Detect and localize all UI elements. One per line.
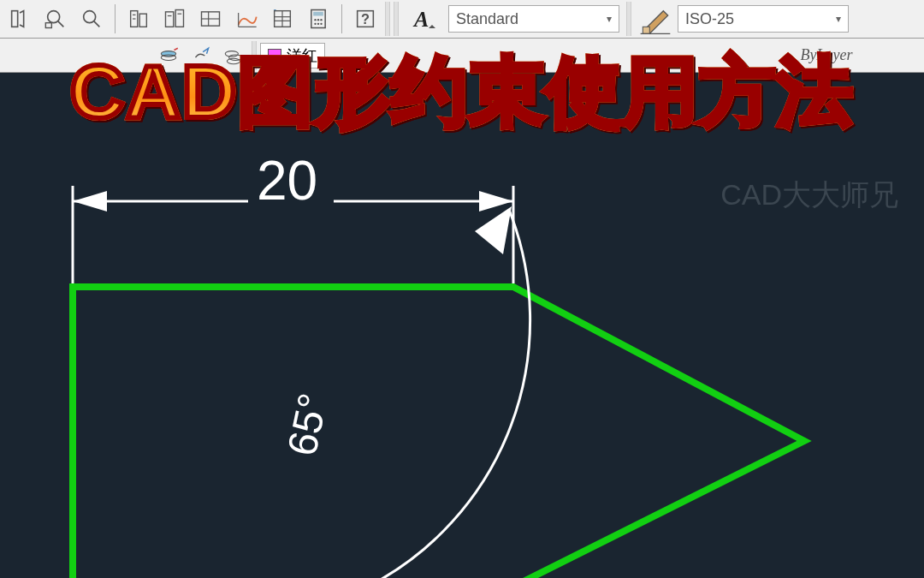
dimstyle-icon[interactable] <box>638 2 672 36</box>
svg-point-28 <box>314 23 316 25</box>
text-style-value: Standard <box>456 10 518 28</box>
svg-point-39 <box>229 54 242 59</box>
separator <box>341 4 342 33</box>
svg-point-30 <box>320 23 322 25</box>
dim-angular-text: 65° <box>279 390 336 460</box>
color-name: 洋红 <box>287 45 317 66</box>
chevron-down-icon: ▾ <box>836 13 841 25</box>
svg-line-2 <box>57 21 63 27</box>
dim-style-group: ISO-25 ▾ <box>635 2 852 36</box>
linetype-value: ByLayer <box>801 46 853 64</box>
toolbar-btn-1[interactable] <box>3 3 36 35</box>
calculator-icon[interactable] <box>302 3 335 35</box>
magenta-swatch <box>268 49 281 63</box>
plan-icon[interactable] <box>194 3 227 35</box>
cad-diagram: 20 65° <box>0 73 924 578</box>
svg-point-38 <box>225 51 238 57</box>
text-style-group: A Standard ▾ <box>402 2 623 36</box>
svg-text:A: A <box>412 7 429 32</box>
help-icon[interactable]: ? <box>349 3 382 35</box>
panel-divider <box>252 41 257 70</box>
svg-text:?: ? <box>361 11 370 27</box>
zoom-window-icon[interactable] <box>39 3 72 35</box>
svg-rect-7 <box>139 14 146 27</box>
svg-point-29 <box>317 23 319 25</box>
layer-btn-1[interactable] <box>154 42 183 69</box>
separator <box>115 4 116 33</box>
linetype-dropdown[interactable]: ByLayer <box>732 42 921 69</box>
svg-point-25 <box>314 19 316 21</box>
toolbar-row-2: 洋红 ByLayer <box>0 39 924 73</box>
svg-line-5 <box>93 21 99 27</box>
drawing-canvas[interactable]: 20 65° CAD大大师兄 <box>0 73 924 578</box>
svg-point-27 <box>320 19 322 21</box>
svg-rect-3 <box>45 23 51 28</box>
panel-divider <box>385 2 390 36</box>
svg-rect-10 <box>166 12 174 27</box>
toolbar-row-1: ? A Standard ▾ ISO-25 ▾ <box>0 0 924 39</box>
svg-point-26 <box>317 19 319 21</box>
text-style-dropdown[interactable]: Standard ▾ <box>448 5 619 33</box>
layer-btn-3[interactable] <box>219 42 248 69</box>
chevron-down-icon: ▾ <box>607 13 612 25</box>
layer-btn-2[interactable] <box>187 42 216 69</box>
svg-marker-46 <box>479 191 513 212</box>
svg-rect-0 <box>12 11 18 27</box>
panel-divider <box>394 2 399 36</box>
svg-rect-11 <box>175 10 183 27</box>
dim-linear-text: 20 <box>257 150 317 212</box>
plot-icon[interactable] <box>230 3 263 35</box>
building-icon-2[interactable] <box>158 3 191 35</box>
dimstyle-value: ISO-25 <box>685 10 734 28</box>
svg-rect-34 <box>643 27 649 33</box>
text-style-icon[interactable]: A <box>406 2 443 36</box>
svg-marker-48 <box>475 206 512 254</box>
svg-point-40 <box>227 58 240 64</box>
building-icon-1[interactable] <box>122 3 155 35</box>
dimstyle-dropdown[interactable]: ISO-25 ▾ <box>678 5 849 33</box>
svg-marker-45 <box>73 191 107 212</box>
svg-rect-24 <box>313 12 323 16</box>
zoom-icon[interactable] <box>75 3 108 35</box>
color-dropdown[interactable]: 洋红 <box>260 43 325 69</box>
panel-divider <box>626 2 631 36</box>
table-icon[interactable] <box>266 3 299 35</box>
